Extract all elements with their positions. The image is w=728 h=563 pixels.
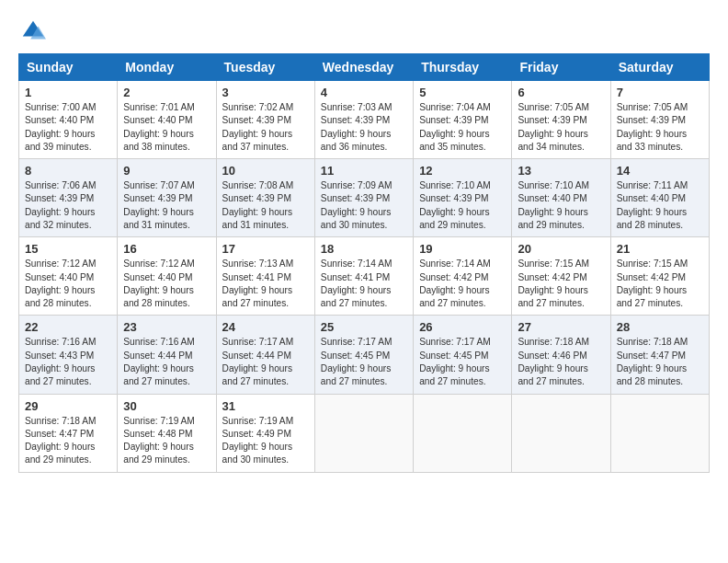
cell-info: Sunrise: 7:19 AMSunset: 4:49 PMDaylight:…	[222, 415, 309, 467]
day-number: 30	[123, 399, 210, 413]
week-row-1: 1Sunrise: 7:00 AMSunset: 4:40 PMDaylight…	[19, 81, 710, 159]
calendar-cell: 16Sunrise: 7:12 AMSunset: 4:40 PMDayligh…	[118, 237, 216, 316]
cell-info: Sunrise: 7:11 AMSunset: 4:40 PMDaylight:…	[617, 179, 703, 232]
cell-info: Sunrise: 7:03 AMSunset: 4:39 PMDaylight:…	[321, 101, 407, 154]
calendar-cell: 10Sunrise: 7:08 AMSunset: 4:39 PMDayligh…	[216, 159, 314, 237]
cell-info: Sunrise: 7:10 AMSunset: 4:40 PMDaylight:…	[518, 179, 604, 232]
cell-info: Sunrise: 7:14 AMSunset: 4:42 PMDaylight:…	[419, 258, 506, 310]
calendar-cell: 23Sunrise: 7:16 AMSunset: 4:44 PMDayligh…	[118, 316, 216, 394]
day-number: 20	[518, 242, 604, 256]
calendar-cell: 14Sunrise: 7:11 AMSunset: 4:40 PMDayligh…	[610, 159, 709, 237]
calendar-cell: 21Sunrise: 7:15 AMSunset: 4:42 PMDayligh…	[610, 237, 709, 316]
cell-info: Sunrise: 7:07 AMSunset: 4:39 PMDaylight:…	[123, 179, 210, 232]
cell-info: Sunrise: 7:02 AMSunset: 4:39 PMDaylight:…	[222, 101, 309, 154]
day-number: 2	[123, 86, 210, 99]
header-cell-sunday: Sunday	[19, 54, 118, 81]
day-number: 25	[321, 320, 407, 334]
week-row-4: 22Sunrise: 7:16 AMSunset: 4:43 PMDayligh…	[19, 316, 710, 394]
cell-info: Sunrise: 7:18 AMSunset: 4:47 PMDaylight:…	[617, 336, 703, 388]
cell-info: Sunrise: 7:17 AMSunset: 4:44 PMDaylight:…	[222, 336, 309, 388]
day-number: 11	[321, 164, 407, 178]
cell-info: Sunrise: 7:00 AMSunset: 4:40 PMDaylight:…	[25, 101, 111, 154]
day-number: 7	[617, 86, 703, 99]
calendar-cell: 18Sunrise: 7:14 AMSunset: 4:41 PMDayligh…	[314, 237, 413, 316]
logo-icon	[20, 18, 46, 44]
day-number: 5	[419, 86, 506, 99]
cell-info: Sunrise: 7:15 AMSunset: 4:42 PMDaylight:…	[518, 258, 604, 310]
logo	[18, 18, 46, 44]
calendar-cell: 28Sunrise: 7:18 AMSunset: 4:47 PMDayligh…	[610, 316, 709, 394]
day-number: 19	[419, 242, 506, 256]
day-number: 3	[222, 86, 309, 99]
cell-info: Sunrise: 7:14 AMSunset: 4:41 PMDaylight:…	[321, 258, 407, 310]
calendar-cell: 29Sunrise: 7:18 AMSunset: 4:47 PMDayligh…	[19, 394, 118, 472]
calendar-cell: 26Sunrise: 7:17 AMSunset: 4:45 PMDayligh…	[414, 316, 512, 394]
day-number: 28	[617, 320, 703, 334]
calendar-cell: 19Sunrise: 7:14 AMSunset: 4:42 PMDayligh…	[414, 237, 512, 316]
calendar-cell: 17Sunrise: 7:13 AMSunset: 4:41 PMDayligh…	[216, 237, 314, 316]
day-number: 26	[419, 320, 506, 334]
cell-info: Sunrise: 7:01 AMSunset: 4:40 PMDaylight:…	[123, 101, 210, 154]
cell-info: Sunrise: 7:13 AMSunset: 4:41 PMDaylight:…	[222, 258, 309, 310]
calendar-cell: 15Sunrise: 7:12 AMSunset: 4:40 PMDayligh…	[19, 237, 118, 316]
day-number: 8	[25, 164, 111, 178]
day-number: 18	[321, 242, 407, 256]
calendar-cell: 6Sunrise: 7:05 AMSunset: 4:39 PMDaylight…	[512, 81, 610, 159]
calendar-cell	[512, 394, 610, 472]
cell-info: Sunrise: 7:15 AMSunset: 4:42 PMDaylight:…	[617, 258, 703, 310]
calendar-table: SundayMondayTuesdayWednesdayThursdayFrid…	[18, 53, 710, 473]
day-number: 1	[25, 86, 111, 99]
header-row: SundayMondayTuesdayWednesdayThursdayFrid…	[19, 54, 710, 81]
cell-info: Sunrise: 7:16 AMSunset: 4:43 PMDaylight:…	[25, 336, 111, 388]
day-number: 16	[123, 242, 210, 256]
calendar-cell: 4Sunrise: 7:03 AMSunset: 4:39 PMDaylight…	[314, 81, 413, 159]
calendar-cell: 13Sunrise: 7:10 AMSunset: 4:40 PMDayligh…	[512, 159, 610, 237]
calendar-cell: 8Sunrise: 7:06 AMSunset: 4:39 PMDaylight…	[19, 159, 118, 237]
calendar-cell	[414, 394, 512, 472]
calendar-cell: 31Sunrise: 7:19 AMSunset: 4:49 PMDayligh…	[216, 394, 314, 472]
cell-info: Sunrise: 7:18 AMSunset: 4:46 PMDaylight:…	[518, 336, 604, 388]
cell-info: Sunrise: 7:09 AMSunset: 4:39 PMDaylight:…	[321, 179, 407, 232]
cell-info: Sunrise: 7:17 AMSunset: 4:45 PMDaylight:…	[419, 336, 506, 388]
calendar-cell: 20Sunrise: 7:15 AMSunset: 4:42 PMDayligh…	[512, 237, 610, 316]
calendar-cell	[610, 394, 709, 472]
day-number: 24	[222, 320, 309, 334]
week-row-2: 8Sunrise: 7:06 AMSunset: 4:39 PMDaylight…	[19, 159, 710, 237]
calendar-cell: 22Sunrise: 7:16 AMSunset: 4:43 PMDayligh…	[19, 316, 118, 394]
calendar-cell	[314, 394, 413, 472]
cell-info: Sunrise: 7:19 AMSunset: 4:48 PMDaylight:…	[123, 415, 210, 467]
day-number: 29	[25, 399, 111, 413]
calendar-cell: 2Sunrise: 7:01 AMSunset: 4:40 PMDaylight…	[118, 81, 216, 159]
cell-info: Sunrise: 7:17 AMSunset: 4:45 PMDaylight:…	[321, 336, 407, 388]
day-number: 10	[222, 164, 309, 178]
day-number: 31	[222, 399, 309, 413]
day-number: 23	[123, 320, 210, 334]
day-number: 4	[321, 86, 407, 99]
cell-info: Sunrise: 7:05 AMSunset: 4:39 PMDaylight:…	[617, 101, 703, 154]
day-number: 22	[25, 320, 111, 334]
calendar-cell: 7Sunrise: 7:05 AMSunset: 4:39 PMDaylight…	[610, 81, 709, 159]
cell-info: Sunrise: 7:05 AMSunset: 4:39 PMDaylight:…	[518, 101, 604, 154]
day-number: 17	[222, 242, 309, 256]
header-cell-wednesday: Wednesday	[314, 54, 413, 81]
cell-info: Sunrise: 7:18 AMSunset: 4:47 PMDaylight:…	[25, 415, 111, 467]
header	[18, 18, 710, 44]
header-cell-monday: Monday	[118, 54, 216, 81]
calendar-cell: 27Sunrise: 7:18 AMSunset: 4:46 PMDayligh…	[512, 316, 610, 394]
calendar-cell: 5Sunrise: 7:04 AMSunset: 4:39 PMDaylight…	[414, 81, 512, 159]
cell-info: Sunrise: 7:12 AMSunset: 4:40 PMDaylight:…	[25, 258, 111, 310]
cell-info: Sunrise: 7:12 AMSunset: 4:40 PMDaylight:…	[123, 258, 210, 310]
day-number: 14	[617, 164, 703, 178]
calendar-cell: 30Sunrise: 7:19 AMSunset: 4:48 PMDayligh…	[118, 394, 216, 472]
day-number: 13	[518, 164, 604, 178]
calendar-cell: 9Sunrise: 7:07 AMSunset: 4:39 PMDaylight…	[118, 159, 216, 237]
calendar-cell: 25Sunrise: 7:17 AMSunset: 4:45 PMDayligh…	[314, 316, 413, 394]
header-cell-friday: Friday	[512, 54, 610, 81]
header-cell-thursday: Thursday	[414, 54, 512, 81]
cell-info: Sunrise: 7:10 AMSunset: 4:39 PMDaylight:…	[419, 179, 506, 232]
day-number: 6	[518, 86, 604, 99]
cell-info: Sunrise: 7:04 AMSunset: 4:39 PMDaylight:…	[419, 101, 506, 154]
header-cell-tuesday: Tuesday	[216, 54, 314, 81]
calendar-cell: 12Sunrise: 7:10 AMSunset: 4:39 PMDayligh…	[414, 159, 512, 237]
cell-info: Sunrise: 7:06 AMSunset: 4:39 PMDaylight:…	[25, 179, 111, 232]
